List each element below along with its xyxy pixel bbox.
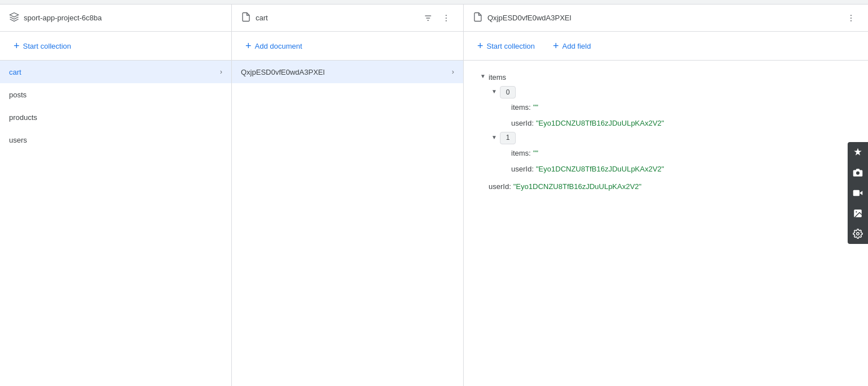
- left-action-row: + Start collection: [0, 32, 231, 61]
- floating-image-button[interactable]: [848, 203, 868, 224]
- document-item-label: QxjpESD0vfE0wdA3PXEl: [241, 68, 452, 76]
- document-icon: [241, 12, 251, 24]
- expand-item-1[interactable]: ▼: [489, 132, 500, 143]
- collection-item-users[interactable]: users: [0, 128, 231, 151]
- root-userid-key: userId:: [489, 180, 511, 193]
- plus-icon-right-field: +: [553, 41, 559, 51]
- panel-middle: cart: [232, 5, 464, 386]
- panel-right: QxjpESD0vfE0wdA3PXEl + Start collection …: [464, 5, 868, 386]
- collection-item-label-products: products: [9, 113, 222, 122]
- add-document-label: Add document: [255, 42, 303, 50]
- floating-settings-star-button[interactable]: [848, 142, 868, 162]
- svg-rect-11: [853, 190, 860, 196]
- left-panel-header: sport-app-project-6c8ba: [0, 5, 231, 32]
- plus-icon-left: +: [14, 41, 20, 51]
- svg-marker-10: [860, 191, 862, 195]
- start-collection-label-right: Start collection: [487, 42, 535, 50]
- item1-userid-val: "Eyo1DCNZU8TfB16zJDuULpKAx2V2": [536, 162, 664, 175]
- item1-items-key: items:: [511, 147, 531, 160]
- collection-item-posts[interactable]: posts: [0, 83, 231, 106]
- array-badge-1: 1: [500, 132, 516, 144]
- main-layout: sport-app-project-6c8ba + Start collecti…: [0, 5, 868, 386]
- add-field-link[interactable]: + Add field: [549, 37, 595, 54]
- add-field-label: Add field: [562, 42, 591, 50]
- floating-gear-button[interactable]: [848, 224, 868, 244]
- left-panel-title-area: sport-app-project-6c8ba: [9, 12, 222, 24]
- field-row-item0-userid: userId: "Eyo1DCNZU8TfB16zJDuULpKAx2V2": [511, 115, 854, 131]
- root-userid-val: "Eyo1DCNZU8TfB16zJDuULpKAx2V2": [513, 180, 642, 193]
- field-row-root-userid: userId: "Eyo1DCNZU8TfB16zJDuULpKAx2V2": [477, 179, 854, 194]
- middle-panel-actions: [420, 10, 454, 26]
- expand-items[interactable]: ▼: [477, 71, 489, 82]
- layers-icon: [9, 12, 19, 24]
- left-panel-title: sport-app-project-6c8ba: [24, 14, 102, 22]
- item0-items-key: items:: [511, 101, 531, 114]
- item0-userid-val: "Eyo1DCNZU8TfB16zJDuULpKAx2V2": [536, 117, 664, 130]
- middle-panel-header: cart: [232, 5, 463, 32]
- middle-action-row: + Add document: [232, 32, 463, 61]
- collection-item-products[interactable]: products: [0, 106, 231, 128]
- filter-button[interactable]: [420, 10, 436, 26]
- start-collection-label: Start collection: [23, 42, 71, 50]
- chevron-right-icon-cart: ›: [220, 68, 222, 76]
- svg-point-6: [850, 15, 852, 16]
- middle-panel-title-area: cart: [241, 12, 420, 24]
- start-collection-link-right[interactable]: + Start collection: [473, 37, 539, 54]
- item1-items-val: "": [533, 147, 538, 160]
- items-key: items: [489, 71, 506, 84]
- floating-video-button[interactable]: [848, 183, 868, 203]
- svg-point-3: [446, 15, 447, 16]
- collection-list: cart › posts products users: [0, 61, 231, 386]
- document-item-main[interactable]: QxjpESD0vfE0wdA3PXEl ›: [232, 61, 463, 83]
- svg-point-8: [850, 20, 852, 21]
- collection-item-label-cart: cart: [9, 68, 220, 76]
- panel-left: sport-app-project-6c8ba + Start collecti…: [0, 5, 232, 386]
- collection-item-label-posts: posts: [9, 91, 222, 99]
- expand-item-0[interactable]: ▼: [489, 86, 500, 97]
- document-list: QxjpESD0vfE0wdA3PXEl ›: [232, 61, 463, 386]
- field-row-item1-userid: userId: "Eyo1DCNZU8TfB16zJDuULpKAx2V2": [511, 161, 854, 177]
- svg-point-7: [850, 18, 852, 19]
- right-panel-header: QxjpESD0vfE0wdA3PXEl: [464, 5, 868, 32]
- field-row-index-0: ▼ 0: [489, 85, 854, 100]
- right-panel-title-area: QxjpESD0vfE0wdA3PXEl: [473, 12, 843, 24]
- document-icon-right: [473, 12, 483, 24]
- field-row-item1-items: items: "": [511, 145, 854, 161]
- start-collection-link[interactable]: + Start collection: [9, 37, 76, 54]
- svg-point-5: [446, 20, 447, 21]
- item0-items-val: "": [533, 101, 538, 114]
- item1-userid-key: userId:: [511, 162, 534, 175]
- floating-toolbar: [848, 142, 868, 244]
- chevron-right-icon-doc: ›: [452, 68, 454, 76]
- collection-item-label-users: users: [9, 136, 222, 144]
- svg-point-13: [856, 211, 857, 212]
- plus-icon-right-start: +: [477, 41, 483, 51]
- svg-point-14: [857, 233, 860, 235]
- right-panel-content: ▼ items ▼ 0 items: "" userId: "Eyo1DCNZU…: [464, 61, 868, 386]
- item0-userid-key: userId:: [511, 117, 534, 130]
- svg-point-9: [856, 171, 860, 175]
- floating-camera-button[interactable]: [848, 162, 868, 183]
- more-options-button-middle[interactable]: [438, 10, 454, 26]
- collection-item-cart[interactable]: cart ›: [0, 61, 231, 83]
- field-row-index-1: ▼ 1: [489, 131, 854, 145]
- right-action-row: + Start collection + Add field: [464, 32, 868, 61]
- right-panel-title: QxjpESD0vfE0wdA3PXEl: [487, 14, 571, 22]
- array-badge-0: 0: [500, 86, 516, 98]
- plus-icon-middle: +: [245, 41, 252, 51]
- right-panel-actions: [843, 10, 859, 26]
- top-bar: [0, 0, 868, 5]
- more-options-button-right[interactable]: [843, 10, 859, 26]
- field-row-items: ▼ items: [477, 70, 854, 85]
- svg-point-4: [446, 18, 447, 19]
- middle-panel-title: cart: [256, 14, 268, 22]
- field-tree: ▼ items ▼ 0 items: "" userId: "Eyo1DCNZU…: [477, 70, 854, 194]
- add-document-link[interactable]: + Add document: [241, 37, 306, 54]
- field-row-item0-items: items: "": [511, 100, 854, 115]
